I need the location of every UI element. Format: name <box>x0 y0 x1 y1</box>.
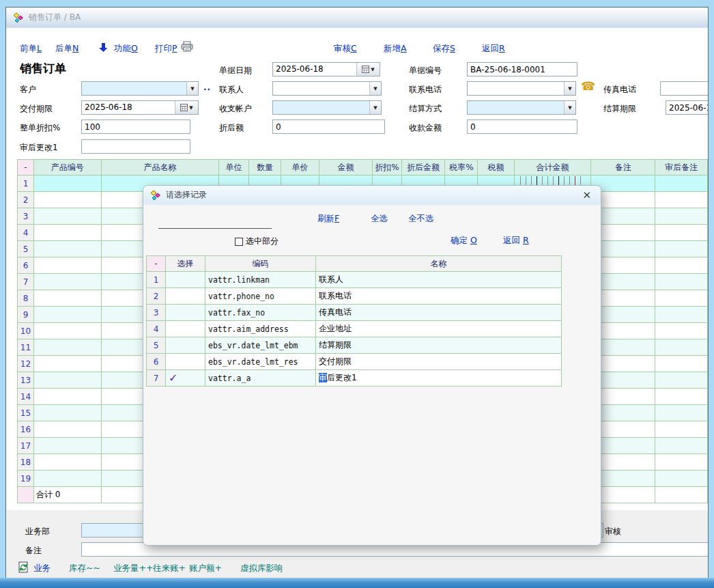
dialog-return-button[interactable]: 返回 R <box>503 235 529 247</box>
grid-cell[interactable] <box>33 405 101 421</box>
chevron-down-icon[interactable]: ▼ <box>369 101 381 114</box>
grid-cell[interactable] <box>655 225 708 241</box>
received-amount-input[interactable] <box>467 120 577 134</box>
grid-cell[interactable] <box>655 372 708 389</box>
settle-term-input[interactable] <box>666 100 709 115</box>
grid-cell[interactable] <box>33 421 101 438</box>
row-number[interactable]: 7 <box>18 274 34 290</box>
telephone-icon[interactable]: ☎ <box>581 79 595 93</box>
code-cell[interactable]: vattr.linkman <box>205 272 316 288</box>
customer-browse-dots[interactable]: .. <box>203 83 211 92</box>
code-cell[interactable]: ebs_vr.date_lmt_res <box>205 354 316 370</box>
row-number[interactable]: 12 <box>18 356 34 372</box>
grid-cell[interactable] <box>33 290 101 307</box>
printer-icon[interactable] <box>181 41 193 52</box>
fax-input[interactable] <box>660 81 709 96</box>
grid-cell[interactable] <box>33 274 101 290</box>
doc-no-input[interactable] <box>467 62 577 76</box>
name-cell[interactable]: 企业地址 <box>316 321 562 337</box>
row-number[interactable]: 2 <box>18 192 34 208</box>
row-number[interactable]: 8 <box>18 290 34 307</box>
select-none-button[interactable]: 全不选 <box>408 213 434 225</box>
after-discount-input[interactable] <box>272 120 385 134</box>
row-number[interactable]: 9 <box>18 307 34 323</box>
row-number[interactable]: 6 <box>18 257 34 274</box>
document-refresh-icon[interactable] <box>18 561 29 573</box>
calendar-dropdown-button[interactable]: ▼ <box>356 63 380 76</box>
grid-cell[interactable] <box>655 389 708 405</box>
select-cell[interactable]: ✓ <box>166 370 205 387</box>
grid-cell[interactable] <box>33 323 101 339</box>
code-cell[interactable]: vattr.aim_address <box>205 321 316 337</box>
function-menu-button[interactable]: 功能O <box>114 43 138 55</box>
row-number[interactable]: 4 <box>18 225 34 241</box>
row-number[interactable]: 4 <box>147 321 166 337</box>
row-number[interactable]: 3 <box>147 305 166 321</box>
contact-select[interactable]: ▼ <box>272 81 382 96</box>
refresh-button[interactable]: 刷新F <box>317 213 339 225</box>
print-button[interactable]: 打印P <box>155 43 177 55</box>
grid-cell[interactable] <box>33 356 101 372</box>
name-cell[interactable]: 联系电话 <box>316 288 562 305</box>
grid-cell[interactable] <box>655 471 708 487</box>
grid-cell[interactable] <box>655 356 708 372</box>
code-cell[interactable]: ebs_vr.date_lmt_ebm <box>205 337 316 354</box>
filter-input[interactable] <box>158 216 272 229</box>
grid-cell[interactable] <box>33 339 101 356</box>
grid-cell[interactable] <box>655 405 708 421</box>
row-number[interactable]: 15 <box>18 405 34 421</box>
grid-cell[interactable] <box>33 454 101 471</box>
footer-link-inventory[interactable]: 库存~~ <box>69 563 100 574</box>
row-number[interactable]: 5 <box>147 337 166 354</box>
grid-cell[interactable] <box>655 241 708 257</box>
grid-cell[interactable] <box>33 192 101 208</box>
delivery-date-picker[interactable]: 2025-06-18 ▼ <box>81 100 199 115</box>
select-cell[interactable] <box>166 337 205 354</box>
row-number[interactable]: 6 <box>147 354 166 370</box>
select-cell[interactable] <box>166 354 205 370</box>
grid-cell[interactable] <box>33 257 101 274</box>
chevron-down-icon[interactable]: ▼ <box>564 101 575 114</box>
grid-cell[interactable] <box>655 339 708 356</box>
doc-date-picker[interactable]: 2025-06-18 ▼ <box>272 62 380 76</box>
return-button[interactable]: 返回R <box>482 43 505 55</box>
grid-cell[interactable] <box>655 176 708 192</box>
grid-cell[interactable] <box>33 208 101 225</box>
grid-cell[interactable] <box>33 307 101 323</box>
grid-cell[interactable] <box>33 438 101 454</box>
select-cell[interactable] <box>166 305 205 321</box>
chevron-down-icon[interactable]: ▼ <box>369 82 381 95</box>
post-change-input[interactable] <box>81 139 190 154</box>
select-all-button[interactable]: 全选 <box>371 213 388 225</box>
row-number[interactable]: 18 <box>18 454 34 471</box>
down-arrow-icon[interactable] <box>99 42 108 53</box>
grid-cell[interactable] <box>655 323 708 339</box>
code-cell[interactable]: vattr.a_a <box>205 370 316 387</box>
customer-select[interactable]: ▼ <box>81 81 199 96</box>
grid-cell[interactable] <box>33 372 101 389</box>
grid-cell[interactable] <box>33 471 101 487</box>
footer-link-balance[interactable]: 账户额+ <box>189 563 222 574</box>
row-number[interactable]: 1 <box>147 272 166 288</box>
grid-cell[interactable] <box>655 274 708 290</box>
row-number[interactable]: 2 <box>147 288 166 305</box>
add-new-button[interactable]: 新增A <box>384 43 407 55</box>
code-cell[interactable]: vattr.phone_no <box>205 288 316 305</box>
checkbox-icon[interactable] <box>235 238 243 246</box>
close-icon[interactable]: ✕ <box>580 189 594 201</box>
row-number[interactable]: 17 <box>18 438 34 454</box>
name-cell[interactable]: 审后更改1 <box>316 370 562 387</box>
chevron-down-icon[interactable]: ▼ <box>186 82 198 95</box>
row-number[interactable]: 5 <box>18 241 34 257</box>
grid-cell[interactable] <box>655 257 708 274</box>
grid-cell[interactable] <box>655 192 708 208</box>
name-cell[interactable]: 传真电话 <box>316 305 562 321</box>
phone-select[interactable]: ▼ <box>467 81 576 96</box>
review-button[interactable]: 审核C <box>334 43 357 55</box>
row-number[interactable]: 14 <box>18 389 34 405</box>
grid-cell[interactable] <box>655 208 708 225</box>
name-cell[interactable]: 联系人 <box>316 272 562 288</box>
settle-method-select[interactable]: ▼ <box>467 100 576 115</box>
next-order-button[interactable]: 后单N <box>55 43 78 55</box>
select-cell[interactable] <box>166 288 205 305</box>
